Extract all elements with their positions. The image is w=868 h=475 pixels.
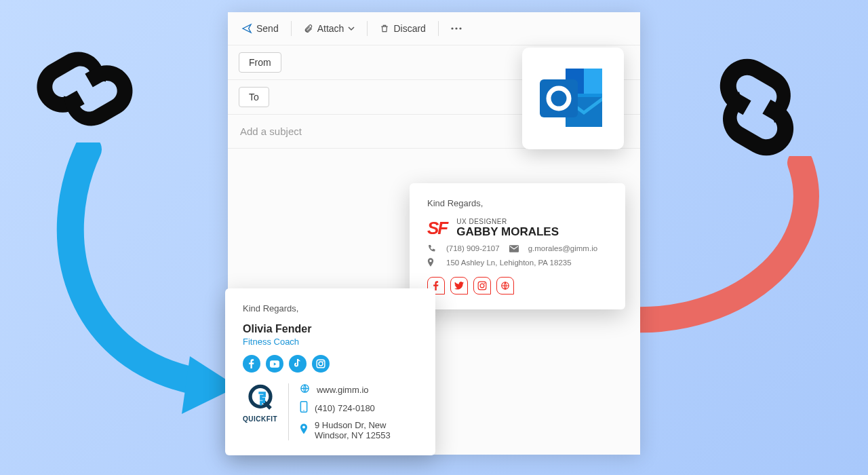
svg-point-17 — [319, 362, 323, 366]
phone-icon — [427, 244, 437, 252]
paperclip-icon — [304, 23, 313, 34]
outlook-logo-card — [522, 48, 624, 149]
address-text: 150 Ashley Ln, Lehighton, PA 18235 — [446, 259, 572, 267]
discard-button[interactable]: Discard — [374, 19, 431, 38]
outlook-icon — [536, 64, 610, 132]
svg-rect-8 — [540, 79, 578, 117]
svg-point-13 — [484, 283, 486, 284]
ellipsis-icon — [451, 27, 462, 30]
globe-icon[interactable] — [496, 277, 514, 294]
svg-point-22 — [303, 410, 304, 411]
website-text: www.gimm.io — [317, 385, 369, 395]
chain-link-icon — [689, 39, 825, 175]
to-button[interactable]: To — [239, 87, 269, 107]
attach-button[interactable]: Attach — [298, 19, 361, 38]
address-text: 9 Hudson Dr, New Windsor, NY 12553 — [315, 420, 418, 440]
regards-text: Kind Regards, — [243, 303, 418, 314]
email-text: g.morales@gimm.io — [528, 244, 597, 252]
phone-text: (718) 909-2107 — [446, 244, 500, 252]
instagram-icon[interactable] — [473, 277, 491, 294]
youtube-icon[interactable] — [266, 355, 283, 373]
discard-label: Discard — [393, 23, 425, 34]
regards-text: Kind Regards, — [427, 198, 608, 208]
signature-card-olivia: Kind Regards, Olivia Fender Fitness Coac… — [225, 288, 435, 455]
role-text: UX DESIGNER — [456, 218, 559, 225]
facebook-icon[interactable] — [243, 355, 260, 373]
toolbar: Send Attach Discard — [228, 12, 640, 45]
tiktok-icon[interactable] — [289, 355, 307, 373]
send-icon — [241, 23, 252, 34]
svg-point-12 — [480, 284, 484, 288]
send-button[interactable]: Send — [236, 19, 284, 38]
email-icon — [509, 245, 519, 252]
attach-label: Attach — [317, 23, 344, 34]
more-button[interactable] — [446, 23, 467, 34]
svg-point-2 — [451, 27, 453, 29]
chain-link-icon — [20, 24, 149, 153]
svg-point-4 — [459, 27, 461, 29]
name-text: GABBY MORALES — [456, 225, 559, 239]
trash-icon — [380, 23, 389, 34]
phone-text: (410) 724-0180 — [315, 403, 375, 413]
title-text: Fitness Coach — [243, 337, 418, 347]
svg-point-3 — [455, 27, 457, 29]
instagram-icon[interactable] — [312, 355, 330, 373]
phone-icon — [300, 401, 308, 415]
sf-logo: SF — [427, 218, 447, 239]
svg-rect-11 — [478, 282, 486, 290]
location-icon — [427, 258, 437, 267]
location-icon — [300, 423, 308, 437]
quickfit-logo: QUICKFIT — [243, 383, 277, 423]
send-label: Send — [256, 23, 279, 34]
name-text: Olivia Fender — [243, 323, 418, 335]
twitter-icon[interactable] — [450, 277, 468, 294]
globe-icon — [300, 383, 310, 396]
svg-rect-7 — [584, 69, 602, 94]
signature-card-gabby: Kind Regards, SF UX DESIGNER GABBY MORAL… — [410, 183, 625, 309]
from-button[interactable]: From — [239, 52, 281, 73]
chevron-down-icon — [348, 25, 355, 32]
svg-point-18 — [323, 361, 324, 362]
brand-text: QUICKFIT — [243, 415, 277, 423]
